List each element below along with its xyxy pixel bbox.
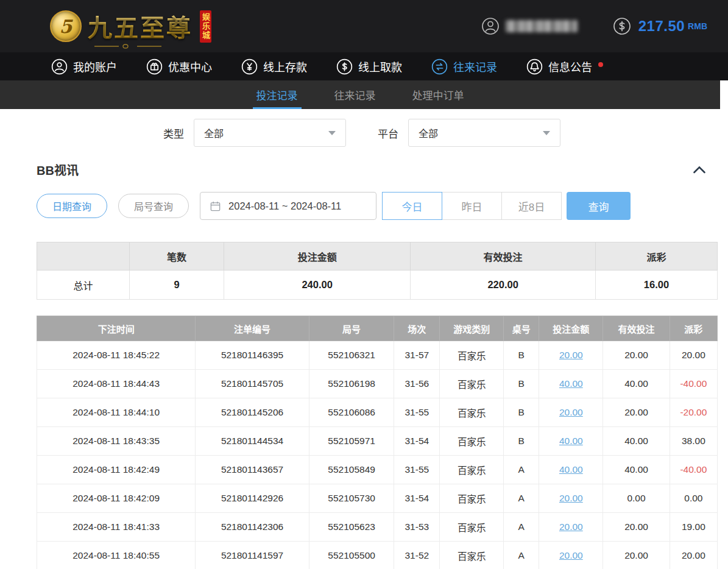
col-header-payout: 派彩: [670, 316, 717, 341]
col-header-valid-bet: 有效投注: [603, 316, 670, 341]
summary-bet-amount: 240.00: [224, 270, 411, 300]
bet-amount-link[interactable]: 20.00: [559, 493, 583, 503]
cell-round-no: 552105849: [309, 456, 394, 484]
type-select-value: 全部: [204, 125, 224, 140]
collapse-chevron-up-icon[interactable]: [693, 166, 706, 174]
tab-bet-records[interactable]: 投注记录: [253, 80, 302, 109]
cell-payout: 20.00: [670, 542, 717, 569]
user-icon: [51, 58, 68, 75]
cell-bet-amount: 40.00: [539, 370, 603, 398]
cell-round-no: 552106086: [309, 398, 394, 427]
table-row: 2024-08-11 18:42:09521801142926552105730…: [37, 484, 718, 513]
username-masked[interactable]: [506, 20, 578, 32]
cell-time: 2024-08-11 18:40:55: [37, 542, 196, 569]
cell-table-no: A: [504, 456, 539, 484]
cell-table-no: A: [504, 484, 539, 513]
cell-round-no: 552105500: [309, 542, 394, 569]
cell-round-no: 552105971: [309, 427, 394, 456]
cell-bet-no: 521801146395: [196, 341, 309, 370]
calendar-icon: [210, 200, 221, 212]
cell-valid-bet: 20.00: [603, 542, 670, 569]
summary-valid-bet: 220.00: [411, 270, 596, 300]
date-range-value: 2024-08-11 ~ 2024-08-11: [228, 200, 341, 212]
cell-session: 31-55: [394, 456, 440, 484]
cell-time: 2024-08-11 18:43:35: [37, 427, 196, 456]
cell-game: 百家乐: [440, 370, 504, 398]
nav-item-announcements[interactable]: 信息公告: [526, 58, 603, 75]
cell-table-no: B: [504, 427, 539, 456]
cell-payout: -40.00: [670, 456, 717, 484]
bet-amount-link[interactable]: 20.00: [559, 521, 583, 532]
deposit-icon: [241, 58, 258, 75]
summary-header-cell: 投注金额: [224, 242, 411, 270]
yesterday-button[interactable]: 昨日: [442, 192, 502, 220]
top-header: 5 九五至尊 娱乐城 217.50 RMB: [0, 0, 728, 52]
platform-select-value: 全部: [419, 125, 438, 140]
table-row: 2024-08-11 18:44:43521801145705552106198…: [37, 370, 718, 398]
quick-date-group: 今日 昨日 近8日: [383, 192, 562, 220]
date-range-input[interactable]: 2024-08-11 ~ 2024-08-11: [200, 192, 376, 220]
balance-amount: 217.50: [638, 18, 685, 35]
bell-icon: [526, 58, 543, 75]
cell-valid-bet: 20.00: [603, 341, 670, 370]
summary-header-row: 笔数 投注金额 有效投注 派彩: [37, 242, 718, 270]
cell-valid-bet: 20.00: [603, 513, 670, 542]
cell-session: 31-55: [394, 398, 440, 427]
nav-item-withdraw[interactable]: 线上取款: [336, 58, 402, 75]
section-head: BB视讯: [37, 160, 706, 178]
nav-item-my-account[interactable]: 我的账户: [51, 58, 117, 75]
bet-amount-link[interactable]: 20.00: [559, 350, 583, 360]
balance-currency: RMB: [688, 21, 707, 31]
platform-select[interactable]: 全部: [408, 119, 560, 147]
col-header-table-no: 桌号: [504, 316, 539, 341]
bet-amount-link[interactable]: 40.00: [559, 436, 583, 446]
table-row: 2024-08-11 18:43:35521801144534552105971…: [37, 427, 718, 456]
cell-table-no: B: [504, 341, 539, 370]
type-select[interactable]: 全部: [194, 119, 346, 147]
cell-game: 百家乐: [440, 398, 504, 427]
cell-session: 31-56: [394, 370, 440, 398]
cell-bet-no: 521801142306: [196, 513, 309, 542]
last-8-days-button[interactable]: 近8日: [501, 192, 562, 220]
cell-payout: 0.00: [670, 484, 717, 513]
bet-table-body: 2024-08-11 18:45:22521801146395552106321…: [37, 341, 718, 569]
nav-item-promotions[interactable]: 优惠中心: [146, 58, 212, 75]
date-query-button[interactable]: 日期查询: [37, 194, 107, 218]
round-query-button[interactable]: 局号查询: [118, 194, 189, 218]
avatar-icon[interactable]: [481, 17, 500, 35]
chevron-down-icon: [328, 131, 336, 135]
bet-amount-link[interactable]: 40.00: [559, 464, 583, 475]
cell-bet-amount: 20.00: [539, 513, 603, 542]
cell-bet-amount: 20.00: [539, 398, 603, 427]
cell-round-no: 552105623: [309, 513, 394, 542]
cell-game: 百家乐: [440, 513, 504, 542]
nav-item-deposit[interactable]: 线上存款: [241, 58, 307, 75]
query-row: 日期查询 局号查询 2024-08-11 ~ 2024-08-11 今日 昨日 …: [37, 192, 728, 220]
summary-header-cell: 派彩: [596, 242, 718, 270]
section-title: BB视讯: [37, 161, 79, 178]
cell-valid-bet: 0.00: [603, 484, 670, 513]
cell-payout: -40.00: [670, 370, 717, 398]
bet-amount-link[interactable]: 40.00: [559, 378, 583, 389]
cell-time: 2024-08-11 18:42:09: [37, 484, 196, 513]
tab-transaction-records[interactable]: 往来记录: [331, 80, 380, 109]
cell-table-no: B: [504, 370, 539, 398]
summary-header-cell: [37, 242, 130, 270]
summary-header-cell: 笔数: [129, 242, 224, 270]
cell-valid-bet: 40.00: [603, 370, 670, 398]
logo-title: 九五至尊: [88, 9, 193, 44]
site-logo[interactable]: 5 九五至尊 娱乐城: [50, 9, 211, 44]
table-row: 2024-08-11 18:40:55521801141597552105500…: [37, 542, 718, 569]
col-header-bet-time: 下注时间: [37, 316, 196, 341]
nav-item-records[interactable]: 往来记录: [431, 58, 497, 75]
nav-label: 线上取款: [358, 58, 402, 74]
today-button[interactable]: 今日: [382, 192, 442, 220]
search-button[interactable]: 查询: [567, 192, 631, 220]
col-header-round-no: 局号: [309, 316, 394, 341]
bet-amount-link[interactable]: 20.00: [559, 407, 583, 417]
cell-game: 百家乐: [440, 427, 504, 456]
type-filter-label: 类型: [163, 125, 184, 141]
tab-processing-orders[interactable]: 处理中订单: [409, 80, 468, 109]
bet-amount-link[interactable]: 20.00: [559, 550, 583, 560]
cell-bet-no: 521801144534: [196, 427, 309, 456]
